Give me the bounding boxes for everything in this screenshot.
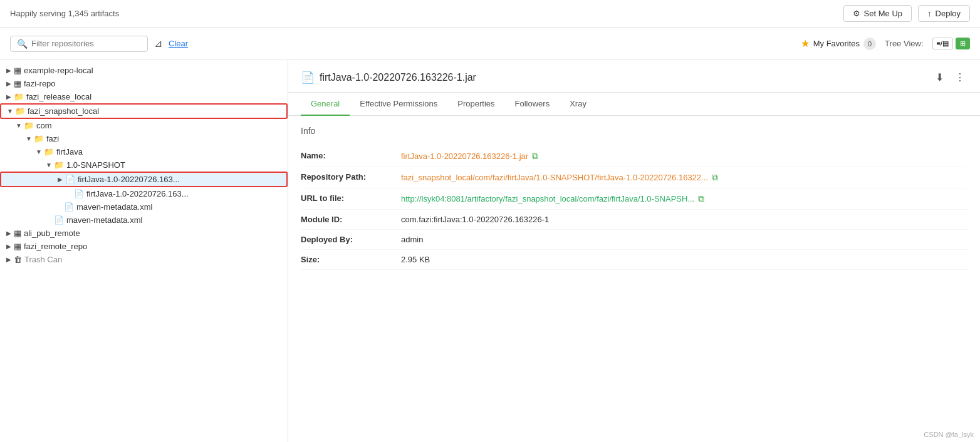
tree-label: firtJava-1.0-20220726.163... bbox=[78, 175, 180, 184]
trash-icon: 🗑 bbox=[14, 255, 22, 264]
repo-icon: ▦ bbox=[14, 242, 21, 251]
tree-item-firtJava[interactable]: ▼📁firtJava bbox=[0, 145, 288, 158]
tab-general[interactable]: General bbox=[301, 93, 350, 116]
info-label-repository-path: Repository Path: bbox=[301, 172, 401, 182]
tree-label: 1.0-SNAPSHOT bbox=[66, 160, 125, 170]
tree-item-fazi-repo[interactable]: ▶▦fazi-repo bbox=[0, 77, 288, 90]
chevron-icon: ▶ bbox=[4, 256, 14, 263]
tab-effective-permissions[interactable]: Effective Permissions bbox=[350, 93, 447, 116]
favorites-count: 0 bbox=[863, 38, 876, 50]
tree-item-maven-metadata.xml-1[interactable]: 📄maven-metadata.xml bbox=[0, 200, 288, 213]
tabs: GeneralEffective PermissionsPropertiesFo… bbox=[288, 93, 980, 116]
tree-label: com bbox=[36, 121, 52, 130]
filter-left: 🔍 ⊿ Clear bbox=[10, 36, 188, 52]
filter-input-wrap[interactable]: 🔍 bbox=[10, 36, 148, 52]
info-value-deployed-by: admin bbox=[401, 235, 967, 244]
tree-label: fazi_snapshot_local bbox=[28, 106, 99, 116]
tree-item-firtJava-1.0-20220726.163[interactable]: ▶📄firtJava-1.0-20220726.163... bbox=[0, 172, 288, 187]
info-label-url-to-file: URL to file: bbox=[301, 193, 401, 203]
tree-label: example-repo-local bbox=[24, 66, 93, 75]
folder-icon: 📁 bbox=[14, 92, 24, 101]
copy-icon-repository-path[interactable]: ⧉ bbox=[712, 172, 718, 183]
copy-icon-url-to-file[interactable]: ⧉ bbox=[698, 193, 704, 204]
tree-item-firtJava-1.0-20220726.163b[interactable]: 📄firtJava-1.0-20220726.163... bbox=[0, 187, 288, 200]
content-panel: 📄 firtJava-1.0-20220726.163226-1.jar ⬇ ⋮… bbox=[288, 60, 980, 442]
tree-view-buttons: ≡/▤ ⊞ bbox=[932, 38, 970, 49]
info-label-module-id: Module ID: bbox=[301, 215, 401, 224]
tree-label: fazi_remote_repo bbox=[24, 242, 87, 251]
info-value-name: firtJava-1.0-20220726.163226-1.jar⧉ bbox=[401, 151, 967, 162]
repo-icon: ▦ bbox=[14, 66, 21, 75]
info-row-repository-path: Repository Path: fazi_snapshot_local/com… bbox=[301, 167, 967, 188]
search-icon: 🔍 bbox=[17, 39, 28, 49]
tree-item-fazi_remote_repo[interactable]: ▶▦fazi_remote_repo bbox=[0, 240, 288, 253]
tree-label: Trash Can bbox=[24, 255, 62, 264]
info-rows: Name: firtJava-1.0-20220726.163226-1.jar… bbox=[301, 146, 967, 270]
info-row-deployed-by: Deployed By: admin bbox=[301, 230, 967, 250]
chevron-icon: ▶ bbox=[4, 80, 14, 87]
tree-label: firtJava-1.0-20220726.163... bbox=[86, 189, 189, 198]
repo-icon: ▦ bbox=[14, 229, 21, 238]
chevron-icon: ▼ bbox=[5, 108, 15, 115]
chevron-icon: ▼ bbox=[44, 162, 54, 168]
info-row-module-id: Module ID: com.fazi:firtJava:1.0-2022072… bbox=[301, 210, 967, 230]
tree-item-fazi_release_local[interactable]: ▶📁fazi_release_local bbox=[0, 90, 288, 103]
set-me-up-button[interactable]: ⚙ Set Me Up bbox=[843, 5, 912, 22]
content-header: 📄 firtJava-1.0-20220726.163226-1.jar ⬇ ⋮ bbox=[288, 60, 980, 93]
tree-item-fazi_snapshot_local[interactable]: ▼📁fazi_snapshot_local bbox=[0, 103, 288, 119]
info-title: Info bbox=[301, 126, 967, 136]
serving-text-container: Happily serving 1,345 artifacts bbox=[10, 9, 119, 18]
tree-label: maven-metadata.xml bbox=[66, 215, 142, 225]
tree-item-maven-metadata.xml-2[interactable]: 📄maven-metadata.xml bbox=[0, 213, 288, 227]
tree-item-1.0-SNAPSHOT[interactable]: ▼📁1.0-SNAPSHOT bbox=[0, 158, 288, 172]
set-me-up-icon: ⚙ bbox=[853, 9, 860, 18]
chevron-icon: ▼ bbox=[24, 135, 34, 142]
deploy-icon: ↑ bbox=[927, 9, 932, 18]
chevron-icon: ▶ bbox=[4, 67, 14, 74]
my-favorites-button[interactable]: ★ My Favorites 0 bbox=[801, 38, 876, 50]
more-options-icon[interactable]: ⋮ bbox=[952, 69, 967, 86]
tree-label: fazi bbox=[46, 134, 59, 143]
deploy-button[interactable]: ↑ Deploy bbox=[918, 5, 970, 22]
copy-icon-name[interactable]: ⧉ bbox=[532, 151, 538, 162]
info-row-size: Size: 2.95 KB bbox=[301, 250, 967, 270]
filter-icon[interactable]: ⊿ bbox=[154, 38, 162, 49]
header-actions: ⬇ ⋮ bbox=[933, 69, 967, 86]
info-value-url-to-file: http://lsyk04:8081/artifactory/fazi_snap… bbox=[401, 193, 967, 204]
clear-button[interactable]: Clear bbox=[169, 39, 188, 48]
info-row-url-to-file: URL to file: http://lsyk04:8081/artifact… bbox=[301, 188, 967, 210]
tree-container: ▶▦example-repo-local▶▦fazi-repo▶📁fazi_re… bbox=[0, 64, 288, 266]
tree-item-example-repo-local[interactable]: ▶▦example-repo-local bbox=[0, 64, 288, 77]
artifact-file-icon: 📄 bbox=[301, 71, 315, 85]
chevron-icon: ▶ bbox=[4, 93, 14, 100]
file-icon: 📄 bbox=[65, 175, 75, 184]
star-icon: ★ bbox=[801, 38, 810, 49]
tab-followers[interactable]: Followers bbox=[505, 93, 560, 116]
tree-label: maven-metadata.xml bbox=[76, 202, 152, 212]
file-icon: 📄 bbox=[64, 202, 74, 212]
expand-icon: ▶ bbox=[55, 176, 65, 183]
tree-label: fazi_release_local bbox=[26, 92, 91, 101]
info-value-module-id: com.fazi:firtJava:1.0-20220726.163226-1 bbox=[401, 215, 967, 224]
chevron-icon: ▼ bbox=[14, 122, 24, 129]
filter-bar: 🔍 ⊿ Clear ★ My Favorites 0 Tree View: ≡/… bbox=[0, 28, 980, 60]
tree-view-list-button[interactable]: ≡/▤ bbox=[932, 38, 953, 49]
tree-item-ali_pub_remote[interactable]: ▶▦ali_pub_remote bbox=[0, 227, 288, 240]
tab-xray[interactable]: Xray bbox=[560, 93, 597, 116]
download-icon[interactable]: ⬇ bbox=[933, 69, 946, 86]
top-bar: Happily serving 1,345 artifacts ⚙ Set Me… bbox=[0, 0, 980, 28]
tab-properties[interactable]: Properties bbox=[447, 93, 504, 116]
tree-view-grid-button[interactable]: ⊞ bbox=[956, 38, 970, 49]
folder-icon: 📁 bbox=[15, 106, 25, 116]
tree-item-trash-can[interactable]: ▶🗑Trash Can bbox=[0, 253, 288, 266]
tree-item-com[interactable]: ▼📁com bbox=[0, 119, 288, 132]
artifact-name: firtJava-1.0-20220726.163226-1.jar bbox=[320, 72, 476, 83]
serving-text: Happily serving 1,345 artifacts bbox=[10, 9, 119, 18]
info-section: Info Name: firtJava-1.0-20220726.163226-… bbox=[288, 116, 980, 280]
chevron-icon: ▼ bbox=[34, 148, 44, 155]
repo-icon: ▦ bbox=[14, 79, 21, 88]
tree-item-fazi[interactable]: ▼📁fazi bbox=[0, 132, 288, 145]
info-label-deployed-by: Deployed By: bbox=[301, 235, 401, 244]
filter-repositories-input[interactable] bbox=[31, 39, 141, 48]
main-layout: ▶▦example-repo-local▶▦fazi-repo▶📁fazi_re… bbox=[0, 60, 980, 442]
